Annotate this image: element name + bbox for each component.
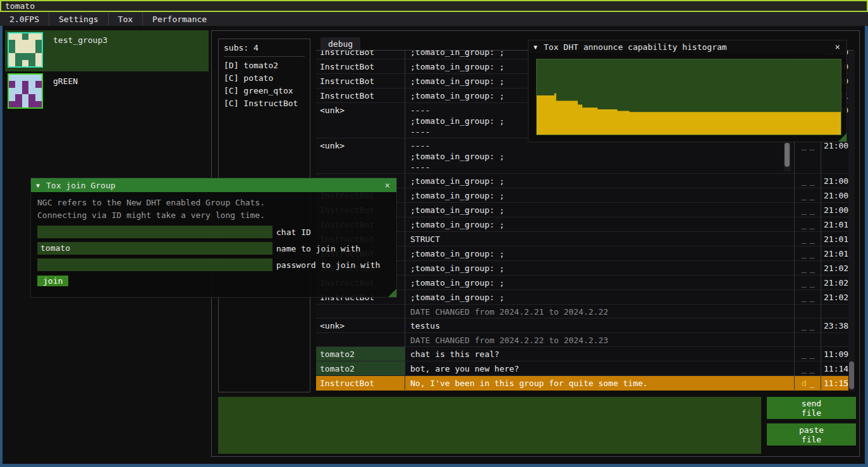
join-group-title: Tox join Group	[46, 181, 116, 190]
message-line: STRUCT	[410, 234, 792, 245]
close-icon[interactable]: ×	[384, 180, 391, 190]
avatar-pixel	[22, 47, 28, 53]
send-file-button[interactable]: send file	[767, 397, 856, 419]
group-list: test_group3gREEN	[5, 30, 209, 112]
member-item[interactable]: [D] tomato2	[224, 59, 305, 72]
avatar-pixel	[15, 47, 21, 53]
date-separator-row[interactable]: DATE CHANGED from 2024.2.22 to 2024.2.23	[316, 333, 848, 347]
join-group-body: NGC refers to the New DHT enabled Group …	[31, 192, 396, 286]
sender-name: <unk>	[316, 318, 405, 332]
timestamp: 21:00	[821, 203, 848, 217]
message-line: DATE CHANGED from 2024.2.22 to 2024.2.23	[410, 335, 792, 346]
menu-item-settings[interactable]: Settings	[49, 12, 108, 26]
join-password-input[interactable]	[37, 258, 272, 271]
message-line: DATE CHANGED from 2024.2.21 to 2024.2.22	[410, 306, 792, 317]
delivery-marks	[794, 333, 821, 346]
avatar-pixel	[28, 81, 35, 87]
collapse-arrow-icon[interactable]: ▼	[36, 182, 40, 189]
send-file-label-line1: send	[802, 399, 821, 408]
join-group-titlebar[interactable]: ▼ Tox join Group ×	[31, 178, 396, 192]
avatar-pixel	[22, 33, 28, 40]
timestamp: 21:01	[821, 217, 848, 231]
paste-file-label-line2: file	[802, 435, 821, 444]
menu-item-tox[interactable]: Tox	[109, 12, 142, 26]
message-text: ----;tomato_in_group: ;----	[405, 138, 794, 173]
join-field-row: chat ID	[37, 226, 390, 238]
member-item[interactable]: [C] InstructBot	[224, 97, 305, 110]
avatar-pixel	[22, 81, 28, 87]
message-text: STRUCT	[405, 232, 794, 246]
tab-debug[interactable]: debug	[321, 37, 360, 50]
avatar-pixel	[22, 94, 28, 100]
avatar-pixel	[9, 47, 15, 53]
delivery-mark: _	[810, 220, 815, 229]
subs-separator	[224, 56, 305, 57]
menu-item-performance[interactable]: Performance	[143, 12, 216, 26]
chat-id-input[interactable]	[37, 226, 272, 238]
delivery-mark: _	[810, 264, 815, 273]
sender-name: <unk>	[316, 138, 405, 173]
collapse-arrow-icon[interactable]: ▼	[534, 44, 537, 51]
message-line: testus	[410, 320, 792, 331]
menu-item-2.0fps[interactable]: 2.0FPS	[0, 12, 49, 26]
avatar-pixel	[28, 60, 35, 66]
message-line: bot, are you new here?	[410, 363, 792, 374]
avatar-pixel	[28, 33, 35, 40]
avatar-pixel	[22, 53, 28, 59]
member-item[interactable]: [C] potato	[224, 72, 305, 85]
delivery-marks: __	[794, 138, 821, 173]
sender-name: tomato2	[316, 361, 405, 375]
avatar-pixel	[35, 94, 42, 100]
menubar: 2.0FPSSettingsToxPerformance	[0, 12, 868, 26]
join-button[interactable]: join	[37, 276, 68, 286]
delivery-marks: __	[794, 318, 821, 332]
message-row[interactable]: InstructBotNo, I've been in this group f…	[316, 376, 848, 391]
group-row-gREEN[interactable]: gREEN	[5, 71, 209, 112]
avatar-pixel	[22, 40, 28, 46]
resize-grip[interactable]	[388, 289, 396, 297]
close-icon[interactable]: ×	[834, 42, 841, 52]
send-file-label-line2: file	[802, 408, 821, 418]
dht-histogram-titlebar[interactable]: ▼ Tox DHT announce capability histogram …	[529, 40, 847, 53]
delivery-mark: _	[802, 191, 807, 200]
delivery-mark: _	[810, 205, 815, 215]
join-name-label: name to join with	[276, 244, 360, 253]
avatar-pixel	[9, 60, 15, 66]
timestamp: 23:38	[821, 318, 848, 332]
timestamp: 21:00	[821, 174, 848, 188]
avatar-pixel	[28, 40, 35, 46]
message-text: testus	[405, 318, 794, 332]
histogram-plot-svg	[537, 59, 841, 135]
delivery-mark: _	[810, 176, 815, 186]
avatar-pixel	[35, 33, 42, 40]
message-scrollbar-thumb[interactable]	[849, 361, 854, 389]
timestamp: 21:00	[821, 188, 848, 202]
app-window: tomato 2.0FPSSettingsToxPerformance test…	[0, 0, 868, 467]
dht-histogram-window: ▼ Tox DHT announce capability histogram …	[528, 40, 847, 142]
message-row[interactable]: <unk>----;tomato_in_group: ;----__21:00	[316, 138, 848, 174]
message-row[interactable]: tomato2bot, are you new here?__11:14	[316, 361, 848, 376]
message-line: chat is this real?	[410, 349, 792, 360]
group-avatar	[8, 73, 43, 109]
delivery-mark: _	[810, 349, 815, 359]
member-item[interactable]: [C] green_qtox	[224, 85, 305, 97]
delivery-marks: __	[794, 261, 821, 275]
delivery-mark: _	[802, 220, 807, 229]
message-line: ;tomato_in_group: ;	[410, 248, 792, 259]
date-separator-row[interactable]: DATE CHANGED from 2024.2.21 to 2024.2.22	[316, 305, 848, 318]
message-inner-scrollbar-thumb[interactable]	[785, 143, 790, 167]
join-name-input[interactable]: tomato	[37, 242, 272, 255]
sender-name: InstructBot	[316, 376, 405, 390]
message-row[interactable]: tomato2chat is this real?__11:09	[316, 347, 848, 361]
delivery-mark: _	[802, 321, 807, 331]
member-list: [D] tomato2[C] potato[C] green_qtox[C] I…	[224, 59, 305, 110]
resize-grip[interactable]	[838, 133, 847, 142]
paste-file-button[interactable]: paste file	[767, 423, 856, 446]
delivery-marks: d_	[794, 376, 821, 390]
avatar-pixel	[9, 94, 15, 100]
message-row[interactable]: <unk>testus__23:38	[316, 318, 848, 333]
timestamp: 11:15	[821, 376, 848, 390]
timestamp	[821, 305, 848, 318]
message-input[interactable]	[218, 397, 761, 454]
group-row-test_group3[interactable]: test_group3	[5, 30, 209, 71]
